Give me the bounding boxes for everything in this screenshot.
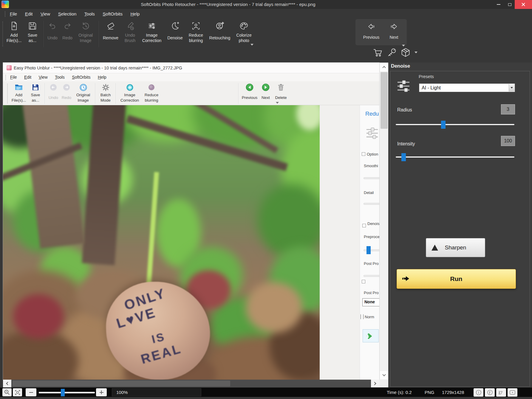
menu-view[interactable]: View xyxy=(37,9,53,19)
zoom-actual-button[interactable] xyxy=(2,388,12,396)
presets-equalizer-icon xyxy=(396,79,411,94)
nav-overflow-arrow-icon[interactable] xyxy=(402,45,405,46)
colorize-photo-button[interactable]: Colorize photo xyxy=(234,20,254,44)
intensity-value-box[interactable]: 100 xyxy=(501,136,515,146)
inner-save-as-button: Save as... xyxy=(29,83,42,103)
sharpen-button[interactable]: Sharpen xyxy=(426,238,485,257)
add-files-button[interactable]: Add File(s)... xyxy=(5,20,23,44)
save-as-button[interactable]: Save as... xyxy=(25,20,40,44)
twitter-button[interactable] xyxy=(496,388,506,397)
add-file-icon xyxy=(9,21,19,31)
intensity-slider-handle[interactable] xyxy=(401,153,406,161)
radius-value-box[interactable]: 3 xyxy=(501,104,515,114)
menu-edit[interactable]: Edit xyxy=(22,9,36,19)
option-label: Option xyxy=(367,152,378,156)
menu-softorbits[interactable]: SoftOrbits xyxy=(99,9,126,19)
zoom-slider-handle[interactable] xyxy=(61,389,65,396)
gem-icon xyxy=(126,83,134,91)
inner-menu-help: Help xyxy=(95,73,109,81)
vertical-scroll-thumb[interactable] xyxy=(381,72,388,129)
facebook-button[interactable] xyxy=(485,388,495,397)
menu-file[interactable]: File xyxy=(7,9,20,19)
intensity-slider-track[interactable] xyxy=(396,156,514,158)
zoom-in-button[interactable] xyxy=(96,388,107,396)
redo-circle-icon xyxy=(63,83,70,91)
horizontal-scrollbar[interactable] xyxy=(3,380,379,387)
scroll-down-button[interactable] xyxy=(380,371,388,379)
post-checkbox xyxy=(362,280,365,283)
titlebar: SoftOrbits Photo Retoucher - ****Unregis… xyxy=(0,0,532,9)
original-image-button[interactable]: Original Image xyxy=(76,20,95,44)
zoom-out-button[interactable] xyxy=(26,388,36,396)
menu-tools[interactable]: Tools xyxy=(81,9,98,19)
focus-person-icon xyxy=(191,21,201,31)
toolbar-overflow-arrow-icon[interactable] xyxy=(250,44,253,46)
norm-tick xyxy=(361,314,361,319)
reduce-blurring-button[interactable]: Reduce blurring xyxy=(186,20,205,44)
undo-button[interactable]: Undo xyxy=(46,20,59,44)
inner-menubar-grip xyxy=(5,75,6,80)
undo-brush-button[interactable]: Undo Brush xyxy=(122,20,138,44)
inner-menu-file: File xyxy=(7,73,20,81)
presets-dropdown[interactable]: AI - Light xyxy=(419,83,515,92)
cart-icon[interactable] xyxy=(372,47,383,58)
close-button[interactable] xyxy=(515,0,532,9)
denoise-panel-header: Denoise xyxy=(391,63,410,69)
radius-slider-track[interactable] xyxy=(396,124,514,125)
photo-canvas: ONLY L♥VE IS REAL xyxy=(3,105,320,380)
preprocess-slider xyxy=(364,249,379,251)
dropdown-button[interactable] xyxy=(509,84,514,91)
chevron-right-icon xyxy=(373,382,376,385)
scroll-right-button[interactable] xyxy=(371,380,379,387)
fit-to-screen-button[interactable] xyxy=(13,388,22,396)
image-correction-button[interactable]: Image Correction xyxy=(140,20,164,44)
plus-icon xyxy=(100,390,103,394)
links-overflow-arrow-icon[interactable] xyxy=(415,52,417,53)
moon-icon xyxy=(170,21,180,31)
info-button[interactable] xyxy=(474,388,483,397)
minimize-button[interactable] xyxy=(493,0,505,9)
maximize-button[interactable] xyxy=(505,0,515,9)
sharpen-triangle-icon xyxy=(432,245,438,251)
inner-titlebar: Easy Photo Unblur - ****Unregistered ver… xyxy=(3,63,379,73)
inner-run-button xyxy=(363,329,379,342)
youtube-button[interactable] xyxy=(508,388,517,397)
package-icon[interactable] xyxy=(400,47,411,58)
undo-circle-icon xyxy=(50,83,57,91)
zoom-1to1-icon xyxy=(4,389,10,395)
inner-sidebar: Redu Option Smoothi Detail Denois Prepro… xyxy=(360,105,379,380)
scroll-left-button[interactable] xyxy=(3,380,11,387)
chevron-down-icon xyxy=(511,87,513,89)
radius-slider-handle[interactable] xyxy=(441,121,446,129)
zoom-level: 100% xyxy=(116,389,128,396)
zoom-slider-track[interactable] xyxy=(39,392,95,393)
retouching-button[interactable]: Retouching xyxy=(207,20,232,44)
post-process-slider xyxy=(364,275,379,277)
key-icon[interactable] xyxy=(386,47,397,58)
inner-batch-mode-button: Batch Mode xyxy=(98,83,113,103)
arrow-left-icon xyxy=(366,22,376,31)
inner-menu-view: View xyxy=(36,73,51,81)
inner-panel-header: Redu xyxy=(365,111,379,117)
previous-green-icon xyxy=(245,83,254,91)
menu-help[interactable]: Help xyxy=(127,9,143,19)
scroll-up-button[interactable] xyxy=(380,63,388,71)
intensity-label: Intensity xyxy=(397,141,415,147)
remove-button[interactable]: Remove xyxy=(101,20,120,44)
scrollbar-corner xyxy=(379,380,388,387)
next-photo-button[interactable]: Next xyxy=(386,21,402,45)
minus-icon xyxy=(29,392,33,393)
run-button[interactable]: Run xyxy=(397,269,516,289)
denoise-button[interactable]: Denoise xyxy=(166,20,185,44)
equalizer-icon xyxy=(365,127,379,140)
status-time: Time (s): 0.2 xyxy=(387,390,412,395)
previous-photo-button[interactable]: Previous xyxy=(360,21,382,45)
vertical-scrollbar[interactable] xyxy=(379,63,388,380)
inner-toolbar: Add File(s)... Save as... Undo Redo xyxy=(3,81,379,105)
redo-button[interactable]: Redo xyxy=(61,20,74,44)
clock-icon xyxy=(79,83,87,91)
horizontal-scroll-thumb[interactable] xyxy=(13,381,230,386)
photo-blob xyxy=(258,184,320,258)
menu-selection[interactable]: Selection xyxy=(55,9,80,19)
inner-menu-softorbits: SoftOrbits xyxy=(69,73,93,81)
